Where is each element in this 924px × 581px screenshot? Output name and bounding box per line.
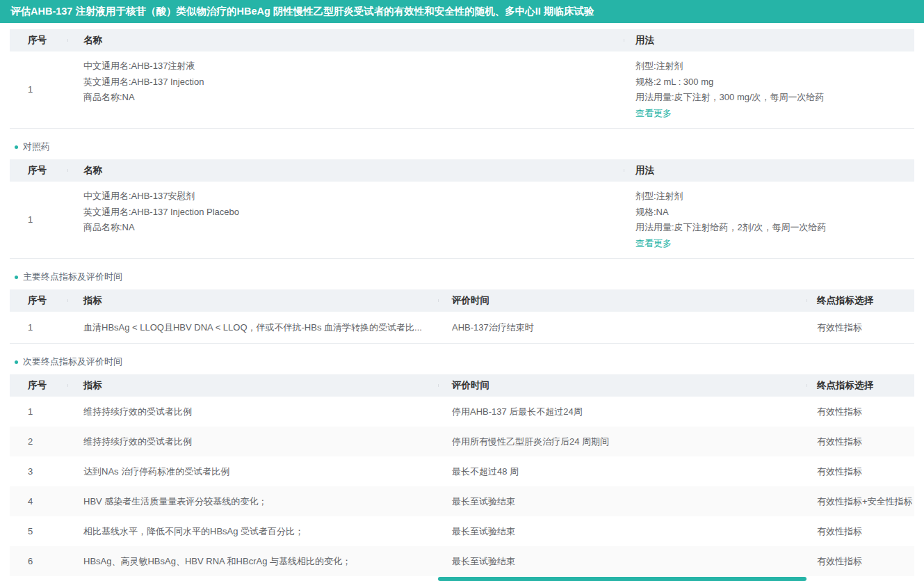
drug-usage-cell: 剂型:注射剂 规格:NA 用法用量:皮下注射给药，2剂/次，每周一次给药 查看更… bbox=[624, 189, 914, 251]
secondary-endpoints-table-header: 序号 指标 评价时间 终点指标选择 bbox=[10, 374, 914, 397]
evaluation-time: 最长至试验结束 bbox=[438, 495, 807, 508]
trial-title-bar: 评估AHB-137 注射液用于核苷（酸）类似物治疗的HBeAg 阴性慢性乙型肝炎… bbox=[0, 0, 924, 23]
endpoint-indicator: HBV 感染者生活质量量表评分较基线的变化； bbox=[67, 495, 438, 508]
drug-cn-name: 中文通用名:AHB-137安慰剂 bbox=[83, 189, 624, 205]
view-more-link[interactable]: 查看更多 bbox=[635, 236, 914, 252]
endpoint-indicator: 相比基线水平，降低不同水平的HBsAg 受试者百分比； bbox=[67, 525, 438, 538]
test-drug-table: 序号 名称 用法 1 中文通用名:AHB-137注射液 英文通用名:AHB-13… bbox=[10, 29, 914, 129]
dosage: 用法用量:皮下注射，300 mg/次，每周一次给药 bbox=[635, 90, 914, 106]
endpoint-type: 有效性指标 bbox=[807, 525, 914, 538]
row-number: 2 bbox=[10, 436, 67, 447]
drug-usage-cell: 剂型:注射剂 规格:2 mL : 300 mg 用法用量:皮下注射，300 mg… bbox=[624, 58, 914, 121]
drug-en-name: 英文通用名:AHB-137 Injection Placebo bbox=[83, 205, 624, 221]
control-drug-table: 序号 名称 用法 1 中文通用名:AHB-137安慰剂 英文通用名:AHB-13… bbox=[10, 159, 914, 259]
column-header-indicator: 指标 bbox=[67, 379, 438, 392]
spec: 规格:NA bbox=[635, 205, 914, 221]
bullet-icon bbox=[15, 276, 18, 279]
drug-en-name: 英文通用名:AHB-137 Injection bbox=[83, 74, 624, 90]
table-row: 1 中文通用名:AHB-137注射液 英文通用名:AHB-137 Injecti… bbox=[10, 51, 914, 128]
row-number: 1 bbox=[10, 189, 67, 251]
column-header-indicator: 指标 bbox=[67, 294, 438, 307]
bullet-icon bbox=[15, 145, 18, 149]
column-header-time: 评价时间 bbox=[438, 379, 807, 392]
column-header-no: 序号 bbox=[10, 34, 67, 47]
table-row: 1 中文通用名:AHB-137安慰剂 英文通用名:AHB-137 Injecti… bbox=[10, 182, 914, 258]
endpoint-type: 有效性指标 bbox=[807, 555, 914, 568]
endpoint-indicator: HBsAg、高灵敏HBsAg、HBV RNA 和HBcrAg 与基线相比的变化； bbox=[67, 555, 438, 568]
column-header-no: 序号 bbox=[10, 294, 67, 307]
row-number: 1 bbox=[10, 322, 67, 333]
dosage: 用法用量:皮下注射给药，2剂/次，每周一次给药 bbox=[635, 220, 914, 236]
column-header-time: 评价时间 bbox=[438, 294, 807, 307]
drug-name-cell: 中文通用名:AHB-137注射液 英文通用名:AHB-137 Injection… bbox=[67, 58, 624, 121]
column-header-usage: 用法 bbox=[624, 164, 914, 177]
control-drug-table-header: 序号 名称 用法 bbox=[10, 159, 914, 182]
section-label-text: 主要终点指标及评价时间 bbox=[23, 271, 122, 283]
endpoint-type: 有效性指标 bbox=[807, 465, 914, 478]
column-header-name: 名称 bbox=[67, 164, 624, 177]
table-row: 6 HBsAg、高灵敏HBsAg、HBV RNA 和HBcrAg 与基线相比的变… bbox=[10, 546, 914, 576]
column-header-name: 名称 bbox=[67, 34, 624, 47]
drug-cn-name: 中文通用名:AHB-137注射液 bbox=[83, 58, 624, 74]
section-control-drug: 对照药 bbox=[15, 141, 914, 153]
row-number: 1 bbox=[10, 58, 67, 121]
evaluation-time: 停用所有慢性乙型肝炎治疗后24 周期间 bbox=[438, 436, 807, 448]
endpoint-indicator: 维持持续疗效的受试者比例 bbox=[67, 436, 438, 448]
section-label-text: 对照药 bbox=[23, 141, 50, 153]
spec: 规格:2 mL : 300 mg bbox=[635, 74, 914, 90]
evaluation-time: 最长不超过48 周 bbox=[438, 465, 807, 478]
column-header-type: 终点指标选择 bbox=[807, 379, 914, 392]
section-label-text: 次要终点指标及评价时间 bbox=[23, 356, 122, 368]
bullet-icon bbox=[15, 360, 18, 364]
page-content: 序号 名称 用法 1 中文通用名:AHB-137注射液 英文通用名:AHB-13… bbox=[0, 29, 924, 576]
drug-name-cell: 中文通用名:AHB-137安慰剂 英文通用名:AHB-137 Injection… bbox=[67, 189, 624, 251]
view-more-link[interactable]: 查看更多 bbox=[635, 106, 914, 122]
table-row: 4 HBV 感染者生活质量量表评分较基线的变化； 最长至试验结束 有效性指标+安… bbox=[10, 486, 914, 516]
table-row: 1 血清HBsAg < LLOQ且HBV DNA < LLOQ，伴或不伴抗-HB… bbox=[10, 312, 914, 343]
column-header-type: 终点指标选择 bbox=[807, 294, 914, 307]
drug-trade-name: 商品名称:NA bbox=[83, 220, 624, 236]
row-number: 3 bbox=[10, 466, 67, 477]
endpoint-type: 有效性指标 bbox=[807, 406, 914, 418]
evaluation-time: 最长至试验结束 bbox=[438, 525, 807, 538]
endpoint-indicator: 维持持续疗效的受试者比例 bbox=[67, 406, 438, 418]
drug-trade-name: 商品名称:NA bbox=[83, 90, 624, 106]
row-number: 6 bbox=[10, 556, 67, 566]
table-row: 1 维持持续疗效的受试者比例 停用AHB-137 后最长不超过24周 有效性指标 bbox=[10, 397, 914, 427]
endpoint-type: 有效性指标 bbox=[807, 436, 914, 448]
column-header-no: 序号 bbox=[10, 164, 67, 177]
table-row: 3 达到NAs 治疗停药标准的受试者比例 最长不超过48 周 有效性指标 bbox=[10, 456, 914, 486]
table-row: 5 相比基线水平，降低不同水平的HBsAg 受试者百分比； 最长至试验结束 有效… bbox=[10, 516, 914, 546]
trial-title: 评估AHB-137 注射液用于核苷（酸）类似物治疗的HBeAg 阴性慢性乙型肝炎… bbox=[10, 5, 594, 18]
secondary-endpoints-table: 序号 指标 评价时间 终点指标选择 1 维持持续疗效的受试者比例 停用AHB-1… bbox=[10, 374, 914, 576]
table-row: 2 维持持续疗效的受试者比例 停用所有慢性乙型肝炎治疗后24 周期间 有效性指标 bbox=[10, 427, 914, 456]
row-number: 4 bbox=[10, 496, 67, 507]
dosage-form: 剂型:注射剂 bbox=[635, 189, 914, 205]
row-number: 5 bbox=[10, 526, 67, 536]
evaluation-time: 停用AHB-137 后最长不超过24周 bbox=[438, 406, 807, 418]
section-secondary-endpoints: 次要终点指标及评价时间 bbox=[15, 356, 914, 368]
horizontal-scrollbar-thumb[interactable] bbox=[438, 577, 807, 581]
primary-endpoints-table-header: 序号 指标 评价时间 终点指标选择 bbox=[10, 289, 914, 312]
endpoint-indicator: 血清HBsAg < LLOQ且HBV DNA < LLOQ，伴或不伴抗-HBs … bbox=[67, 321, 438, 334]
endpoint-type: 有效性指标+安全性指标 bbox=[807, 495, 914, 508]
column-header-no: 序号 bbox=[10, 379, 67, 392]
column-header-usage: 用法 bbox=[624, 34, 914, 47]
evaluation-time: AHB-137治疗结束时 bbox=[438, 321, 807, 334]
endpoint-type: 有效性指标 bbox=[807, 321, 914, 334]
endpoint-indicator: 达到NAs 治疗停药标准的受试者比例 bbox=[67, 465, 438, 478]
test-drug-table-header: 序号 名称 用法 bbox=[10, 29, 914, 51]
dosage-form: 剂型:注射剂 bbox=[635, 58, 914, 74]
evaluation-time: 最长至试验结束 bbox=[438, 555, 807, 568]
row-number: 1 bbox=[10, 406, 67, 417]
primary-endpoints-table: 序号 指标 评价时间 终点指标选择 1 血清HBsAg < LLOQ且HBV D… bbox=[10, 289, 914, 344]
section-primary-endpoints: 主要终点指标及评价时间 bbox=[15, 271, 914, 283]
